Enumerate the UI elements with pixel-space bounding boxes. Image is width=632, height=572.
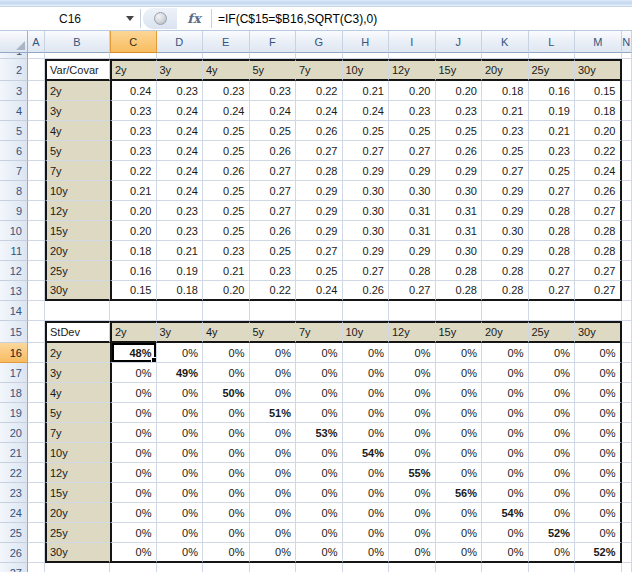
cell-E22[interactable]: 0% — [203, 463, 250, 483]
cell-B4[interactable]: 3y — [45, 101, 110, 121]
formula-input[interactable]: =IF(C$15=$B16,SQRT(C3),0) — [212, 7, 632, 30]
cell-B22[interactable]: 12y — [45, 463, 110, 483]
cell-E25[interactable]: 0% — [203, 523, 250, 543]
cell-C15[interactable]: 2y — [110, 321, 157, 343]
cell-I4[interactable]: 0.23 — [389, 101, 436, 121]
cell-B2[interactable]: Var/Covar — [45, 59, 110, 81]
cell-C8[interactable]: 0.21 — [110, 181, 157, 201]
cell-F3[interactable]: 0.23 — [250, 81, 297, 101]
cell-K4[interactable]: 0.21 — [482, 101, 529, 121]
cell-K20[interactable]: 0% — [482, 423, 529, 443]
row-header-27[interactable]: 27 — [0, 563, 28, 572]
cell-F7[interactable]: 0.27 — [250, 161, 297, 181]
cell-A5[interactable] — [28, 121, 45, 141]
cell-L19[interactable]: 0% — [529, 403, 576, 423]
row-header-12[interactable]: 12 — [0, 261, 28, 281]
cell-N11[interactable] — [622, 241, 632, 261]
cell-C17[interactable]: 0% — [110, 363, 157, 383]
cell-I10[interactable]: 0.31 — [389, 221, 436, 241]
cell-G23[interactable]: 0% — [296, 483, 343, 503]
col-header-C[interactable]: C — [110, 31, 157, 53]
cell-M19[interactable]: 0% — [575, 403, 622, 423]
cell-H5[interactable]: 0.25 — [343, 121, 390, 141]
cell-D13[interactable]: 0.18 — [157, 281, 204, 301]
cell-F8[interactable]: 0.27 — [250, 181, 297, 201]
cell-C19[interactable]: 0% — [110, 403, 157, 423]
col-header-D[interactable]: D — [157, 31, 204, 53]
cell-M23[interactable]: 0% — [575, 483, 622, 503]
cell-I26[interactable]: 0% — [389, 543, 436, 563]
cell-H6[interactable]: 0.27 — [343, 141, 390, 161]
cell-B24[interactable]: 20y — [45, 503, 110, 523]
cell-F26[interactable]: 0% — [250, 543, 297, 563]
cell-N10[interactable] — [622, 221, 632, 241]
cell-M7[interactable]: 0.24 — [575, 161, 622, 181]
cell-N17[interactable] — [622, 363, 632, 383]
cell-A21[interactable] — [28, 443, 45, 463]
select-all-corner[interactable] — [0, 31, 28, 53]
cell-C20[interactable]: 0% — [110, 423, 157, 443]
cell-H10[interactable]: 0.30 — [343, 221, 390, 241]
insert-function-button[interactable]: fx — [177, 7, 211, 30]
row-header-21[interactable]: 21 — [0, 443, 28, 463]
cell-H15[interactable]: 10y — [343, 321, 390, 343]
cell-D19[interactable]: 0% — [157, 403, 204, 423]
cell-D21[interactable]: 0% — [157, 443, 204, 463]
cell-E23[interactable]: 0% — [203, 483, 250, 503]
row-header-11[interactable]: 11 — [0, 241, 28, 261]
cell-K3[interactable]: 0.18 — [482, 81, 529, 101]
cell-D4[interactable]: 0.24 — [157, 101, 204, 121]
cell-L13[interactable]: 0.27 — [529, 281, 576, 301]
cell-H12[interactable]: 0.27 — [343, 261, 390, 281]
cell-E16[interactable]: 0% — [203, 343, 250, 363]
cell-A25[interactable] — [28, 523, 45, 543]
cell-G27[interactable] — [296, 563, 343, 572]
cell-J16[interactable]: 0% — [436, 343, 483, 363]
cell-J4[interactable]: 0.23 — [436, 101, 483, 121]
cell-E13[interactable]: 0.20 — [203, 281, 250, 301]
cell-I21[interactable]: 0% — [389, 443, 436, 463]
cell-I2[interactable]: 12y — [389, 59, 436, 81]
cell-A4[interactable] — [28, 101, 45, 121]
cell-A6[interactable] — [28, 141, 45, 161]
cell-L16[interactable]: 0% — [529, 343, 576, 363]
cell-D22[interactable]: 0% — [157, 463, 204, 483]
cell-L11[interactable]: 0.28 — [529, 241, 576, 261]
cell-E3[interactable]: 0.23 — [203, 81, 250, 101]
cell-I8[interactable]: 0.30 — [389, 181, 436, 201]
cell-B17[interactable]: 3y — [45, 363, 110, 383]
cell-M20[interactable]: 0% — [575, 423, 622, 443]
cell-L8[interactable]: 0.27 — [529, 181, 576, 201]
cell-A3[interactable] — [28, 81, 45, 101]
cell-K25[interactable]: 0% — [482, 523, 529, 543]
cell-C10[interactable]: 0.20 — [110, 221, 157, 241]
cell-M13[interactable]: 0.27 — [575, 281, 622, 301]
cell-A20[interactable] — [28, 423, 45, 443]
cell-M10[interactable]: 0.28 — [575, 221, 622, 241]
cell-G13[interactable]: 0.24 — [296, 281, 343, 301]
cell-H3[interactable]: 0.21 — [343, 81, 390, 101]
cell-K13[interactable]: 0.28 — [482, 281, 529, 301]
cell-K8[interactable]: 0.29 — [482, 181, 529, 201]
cell-K23[interactable]: 0% — [482, 483, 529, 503]
cell-D26[interactable]: 0% — [157, 543, 204, 563]
cell-A13[interactable] — [28, 281, 45, 301]
cell-I22[interactable]: 55% — [389, 463, 436, 483]
cell-H2[interactable]: 10y — [343, 59, 390, 81]
cell-N6[interactable] — [622, 141, 632, 161]
cell-E9[interactable]: 0.25 — [203, 201, 250, 221]
cell-K12[interactable]: 0.28 — [482, 261, 529, 281]
cell-B23[interactable]: 15y — [45, 483, 110, 503]
cell-F10[interactable]: 0.26 — [250, 221, 297, 241]
cell-N21[interactable] — [622, 443, 632, 463]
cell-N7[interactable] — [622, 161, 632, 181]
cell-H22[interactable]: 0% — [343, 463, 390, 483]
cell-H24[interactable]: 0% — [343, 503, 390, 523]
cell-B12[interactable]: 25y — [45, 261, 110, 281]
cell-I15[interactable]: 12y — [389, 321, 436, 343]
cell-H9[interactable]: 0.30 — [343, 201, 390, 221]
cell-M26[interactable]: 52% — [575, 543, 622, 563]
cell-K14[interactable] — [482, 301, 529, 321]
cell-J20[interactable]: 0% — [436, 423, 483, 443]
cell-N24[interactable] — [622, 503, 632, 523]
